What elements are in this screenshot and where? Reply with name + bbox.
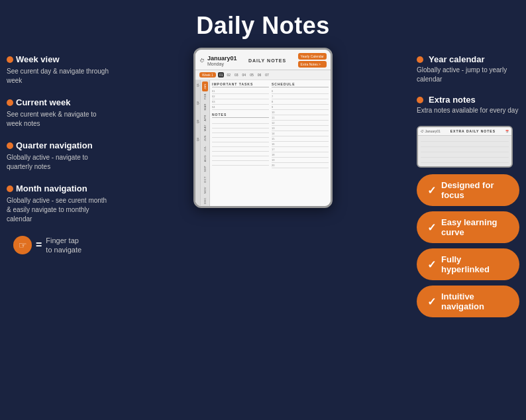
mini-clock-icon: ⏱ January01 <box>421 129 441 133</box>
dot-week-view <box>7 56 13 63</box>
feature-badge-2: ✓ Easy learning curve <box>417 211 519 243</box>
feature-label-1: Designed for focus <box>441 180 509 200</box>
sched-15: 15 <box>272 136 329 142</box>
month-sep[interactable]: SEP <box>203 164 207 174</box>
week-num-5[interactable]: 05 <box>248 72 255 78</box>
sched-7: 7 <box>272 94 329 99</box>
q1[interactable]: Q1 <box>196 83 199 87</box>
quarter-nav-desc: Globally active - navigate to quarterly … <box>7 153 109 172</box>
mini-line-1 <box>421 138 509 142</box>
month-jun[interactable]: JUN <box>203 133 207 143</box>
yearly-cal-btn[interactable]: Yearly Calendar <box>298 53 327 60</box>
week-row: Week 1 01 02 03 04 05 06 07 <box>195 70 331 80</box>
current-week-title: Current week <box>16 97 70 109</box>
device-buttons: Yearly Calendar Extra Notes > <box>298 53 327 68</box>
sched-14: 14 <box>272 131 329 136</box>
sched-13: 13 <box>272 126 329 131</box>
mini-device-title: EXTRA DAILY NOTES <box>450 129 496 133</box>
notebook-device: ⏱ January01 Monday DAILY NOTES Yearly Ca… <box>193 48 333 208</box>
quarter-nav-title: Quarter navigation <box>16 140 93 152</box>
notes-lines <box>212 119 269 166</box>
side-months: JAN FEB MAR APR MAY JUN JUL AUG SEP OCT … <box>201 80 210 206</box>
tasks-column: IMPORTANT TASKS 01 02 03 04 NOTES <box>212 82 269 168</box>
month-feb[interactable]: FEB <box>203 91 207 101</box>
hint-line1: Finger tap <box>46 236 81 245</box>
feature-badge-1: ✓ Designed for focus <box>417 174 519 206</box>
week-num-2[interactable]: 02 <box>225 72 232 78</box>
year-cal-desc: Globally active - jump to yearly calenda… <box>417 66 519 84</box>
sched-17: 17 <box>272 147 329 152</box>
mini-line-3 <box>421 148 509 152</box>
feature-badge-3: ✓ Fully hyperlinked <box>417 248 519 280</box>
sched-12: 12 <box>272 121 329 126</box>
annotation-current-week: Current week See curent week & navigate … <box>7 97 109 129</box>
month-jan[interactable]: JAN <box>202 81 208 91</box>
q4[interactable]: Q4 <box>196 138 199 141</box>
notes-line-7 <box>212 147 269 152</box>
week-num-1[interactable]: 01 <box>218 72 225 78</box>
side-quarters: Q1 Q2 Q3 Q4 <box>195 80 201 206</box>
current-week-desc: See curent week & navigate to week notes <box>7 110 109 129</box>
week-num-6[interactable]: 06 <box>256 72 263 78</box>
notes-line-5 <box>212 138 269 142</box>
month-jul[interactable]: JUL <box>203 144 207 154</box>
week-num-4[interactable]: 04 <box>241 72 248 78</box>
dot-year-cal <box>417 56 423 63</box>
notes-line-2 <box>212 124 269 129</box>
mini-line-5 <box>421 159 509 163</box>
week-nums: 01 02 03 04 05 06 07 <box>218 72 270 78</box>
schedule-column: SCHEDULE 6 7 8 9 10 11 12 13 14 15 16 <box>272 82 329 168</box>
month-mar[interactable]: MAR <box>203 101 207 112</box>
equals-sign: = <box>36 239 42 251</box>
mini-device-body <box>418 136 511 166</box>
sched-11: 11 <box>272 115 329 121</box>
year-cal-title: Year calendar <box>429 54 485 64</box>
notes-line-4 <box>212 133 269 138</box>
tasks-schedule-row: IMPORTANT TASKS 01 02 03 04 NOTES <box>212 82 329 168</box>
dot-month-nav <box>7 185 13 192</box>
hint-line2: to navigate <box>46 245 81 254</box>
notes-line-1 <box>212 119 269 124</box>
dot-current-week <box>7 99 13 106</box>
month-apr[interactable]: APR <box>203 113 207 123</box>
task-row-4: 04 <box>212 105 269 110</box>
mini-date: January01 <box>425 129 440 133</box>
q3[interactable]: Q3 <box>196 120 199 123</box>
sched-16: 16 <box>272 142 329 147</box>
q2[interactable]: Q2 <box>196 101 199 105</box>
sched-6: 6 <box>272 89 329 94</box>
task-row-1: 01 <box>212 89 269 94</box>
feature-label-3: Fully hyperlinked <box>441 254 509 274</box>
month-oct[interactable]: OCT <box>203 174 207 185</box>
week-badge[interactable]: Week 1 <box>199 72 216 78</box>
device-header: ⏱ January01 Monday DAILY NOTES Yearly Ca… <box>195 50 331 70</box>
left-annotations: Week view See curent day & navigate thro… <box>7 48 109 323</box>
bottom-hint: ☞ = Finger tap to navigate <box>7 236 109 255</box>
feature-badge-4: ✓ Intuitive navigation <box>417 286 519 317</box>
week-num-7[interactable]: 07 <box>264 72 270 78</box>
hint-text: Finger tap to navigate <box>46 236 81 255</box>
check-icon-3: ✓ <box>427 258 436 271</box>
main-content: Week view See curent day & navigate thro… <box>0 48 526 323</box>
sched-8: 8 <box>272 99 329 105</box>
notes-line-3 <box>212 129 269 133</box>
week-num-3[interactable]: 03 <box>233 72 240 78</box>
device-main-area: IMPORTANT TASKS 01 02 03 04 NOTES <box>210 80 331 206</box>
annotation-month-nav: Month navigation Globally active - see c… <box>7 184 109 224</box>
month-dec[interactable]: DEC <box>203 195 207 206</box>
check-icon-4: ✓ <box>427 295 436 308</box>
month-nov[interactable]: NOV <box>203 185 207 195</box>
month-may[interactable]: MAY <box>203 123 207 133</box>
dot-quarter-nav <box>7 142 13 149</box>
mini-line-4 <box>421 154 509 158</box>
clock-icon: ⏱ <box>199 58 205 64</box>
check-icon-1: ✓ <box>427 184 436 197</box>
extra-notes-btn[interactable]: Extra Notes > <box>298 61 327 68</box>
notes-section: NOTES <box>212 113 269 166</box>
sched-10: 10 <box>272 110 329 115</box>
important-tasks-label: IMPORTANT TASKS <box>212 82 269 87</box>
device-body: Q1 Q2 Q3 Q4 JAN FEB MAR APR MAY JUN JUL … <box>195 80 331 206</box>
month-aug[interactable]: AUG <box>203 153 207 164</box>
sched-19: 19 <box>272 158 329 163</box>
device-title: DAILY NOTES <box>248 58 286 63</box>
